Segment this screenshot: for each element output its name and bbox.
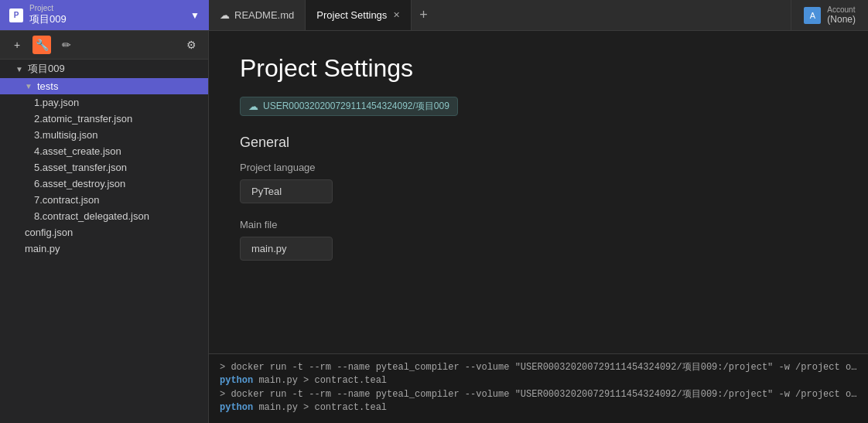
terminal-python-2: python [220,402,253,413]
tree-item-root[interactable]: ▼ 项目009 [0,60,208,78]
tree-item-asset-transfer[interactable]: 5.asset_transfer.json [0,159,208,176]
settings-button[interactable]: ⚙ [182,36,200,54]
account-icon: A [804,7,821,24]
asset-transfer-label: 5.asset_transfer.json [34,162,127,173]
terminal-python-1: python [220,375,253,386]
terminal-line-1: > docker run -t --rm --name pyteal_compi… [220,360,857,374]
tab-readme[interactable]: ☁ README.md [209,0,306,30]
language-label: Project language [240,162,837,173]
tree-item-pay[interactable]: 1.pay.json [0,94,208,111]
readme-tab-icon: ☁ [220,9,230,21]
language-value[interactable]: PyTeal [240,179,333,203]
pay-label: 1.pay.json [34,97,79,108]
atomic-label: 2.atomic_transfer.json [34,113,132,125]
sidebar: + 🔧 ✏ ⚙ ▼ 项目009 ▼ tests 1.pay.json 2.ato… [0,31,209,423]
settings-tab-close[interactable]: ✕ [393,10,400,20]
asset-create-label: 4.asset_create.json [34,145,121,157]
root-arrow: ▼ [15,65,25,73]
project-path-badge: ☁ USER000320200729111454324092/项目009 [240,97,458,116]
main-layout: + 🔧 ✏ ⚙ ▼ 项目009 ▼ tests 1.pay.json 2.ato… [0,31,868,423]
add-tab-button[interactable]: + [412,0,436,30]
cloud-icon: ☁ [248,101,258,112]
tabs-area: ☁ README.md Project Settings ✕ + [209,0,791,30]
terminal-prompt-2: > docker run -t --rm --name pyteal_compi… [220,389,857,400]
top-bar-right: ☁ README.md Project Settings ✕ + A Accou… [209,0,868,30]
tests-arrow: ▼ [25,82,34,90]
project-dropdown-arrow: ▼ [190,10,200,21]
build-button[interactable]: 🔧 [32,36,51,54]
config-label: config.json [25,227,73,238]
terminal-text-2: main.py > contract.teal [258,402,387,413]
tree-item-asset-destroy[interactable]: 6.asset_destroy.json [0,176,208,192]
tree-item-atomic[interactable]: 2.atomic_transfer.json [0,111,208,127]
terminal-line-2: python main.py > contract.teal [220,375,857,386]
tab-project-settings[interactable]: Project Settings ✕ [306,0,412,30]
root-label: 项目009 [28,62,65,76]
asset-destroy-label: 6.asset_destroy.json [34,178,125,189]
tree-item-contract[interactable]: 7.contract.json [0,192,208,208]
add-tab-icon: + [419,7,428,23]
terminal-line-3: > docker run -t --rm --name pyteal_compi… [220,387,857,401]
content-scroll: Project Settings ☁ USER00032020072911145… [209,31,868,353]
mainfile-label: Main file [240,219,837,230]
edit-button[interactable]: ✏ [57,36,76,54]
general-section-title: General [240,135,837,151]
account-text: Account (None) [827,5,856,25]
sidebar-tree: ▼ 项目009 ▼ tests 1.pay.json 2.atomic_tran… [0,60,208,423]
project-path: USER000320200729111454324092/项目009 [263,100,449,113]
terminal-prompt-1: > docker run -t --rm --name pyteal_compi… [220,362,857,373]
main-label: main.py [25,243,60,254]
page-title: Project Settings [240,54,837,83]
contract-delegated-label: 8.contract_delegated.json [34,210,149,222]
tests-label: tests [37,80,58,92]
terminal-line-4: python main.py > contract.teal [220,402,857,413]
sidebar-toolbar: + 🔧 ✏ ⚙ [0,31,208,60]
terminal: > docker run -t --rm --name pyteal_compi… [209,353,868,423]
tree-item-multisig[interactable]: 3.multisig.json [0,127,208,143]
contract-label: 7.contract.json [34,194,100,206]
project-selector[interactable]: P Project 项目009 ▼ [0,0,209,30]
tree-item-asset-create[interactable]: 4.asset_create.json [0,143,208,159]
project-icon: P [9,9,23,22]
add-button[interactable]: + [8,36,26,54]
account-area: A Account (None) [791,0,868,30]
top-bar: P Project 项目009 ▼ ☁ README.md Project Se… [0,0,868,31]
account-label: Account [827,5,856,14]
account-value: (None) [827,14,856,25]
tree-item-config[interactable]: config.json [0,224,208,240]
project-text: Project 项目009 [29,4,184,26]
mainfile-value[interactable]: main.py [240,237,333,261]
content-area: Project Settings ☁ USER00032020072911145… [209,31,868,423]
project-name: 项目009 [29,12,184,26]
tree-item-contract-delegated[interactable]: 8.contract_delegated.json [0,208,208,224]
multisig-label: 3.multisig.json [34,129,97,141]
project-label: Project [29,4,184,12]
settings-tab-label: Project Settings [316,9,387,21]
readme-tab-label: README.md [234,9,294,21]
tree-item-main[interactable]: main.py [0,240,208,257]
terminal-text-1: main.py > contract.teal [258,375,387,386]
tree-item-tests[interactable]: ▼ tests [0,78,208,94]
